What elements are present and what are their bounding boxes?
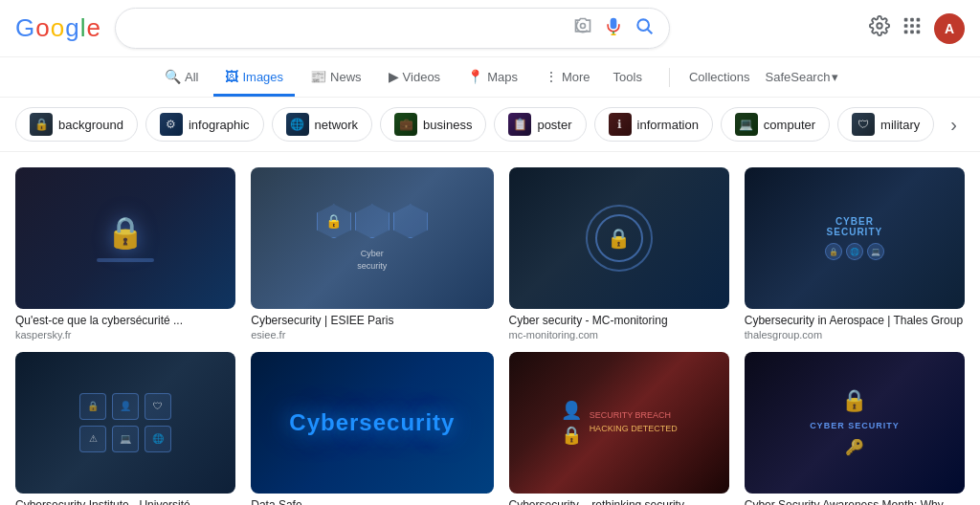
header: Google cyber security A bbox=[0, 0, 980, 57]
image-card-1[interactable]: 🔒 Qu'est-ce que la cybersécurité ... kas… bbox=[15, 167, 235, 340]
image-thumbnail-8: 🔒 CYBER SECURITY 🔑 bbox=[745, 352, 965, 494]
settings-gear-button[interactable] bbox=[869, 15, 890, 41]
filter-chip-information[interactable]: ℹ information bbox=[594, 107, 713, 142]
news-icon: 📰 bbox=[310, 69, 326, 84]
svg-rect-12 bbox=[904, 31, 908, 34]
image-card-6-title: Data Safe ... bbox=[251, 497, 493, 505]
image-card-3[interactable]: 🔒 Cyber security - MC-monitoring mc-moni… bbox=[509, 167, 729, 340]
collections-button[interactable]: Collections bbox=[689, 70, 750, 84]
header-right: A bbox=[869, 13, 965, 44]
image-card-3-source: mc-monitoring.com bbox=[509, 329, 729, 340]
image-card-6[interactable]: Cybersecurity Data Safe ... bbox=[251, 352, 493, 505]
image-thumbnail-4: CYBERSECURITY 🔒 🌐 💻 bbox=[745, 167, 965, 309]
svg-rect-11 bbox=[917, 24, 921, 28]
nav-item-images[interactable]: 🖼 Images bbox=[213, 57, 295, 97]
nav-bar: 🔍 All 🖼 Images 📰 News ▶ Videos 📍 Maps ⋮ … bbox=[0, 57, 980, 98]
filter-chip-computer[interactable]: 💻 computer bbox=[721, 107, 830, 142]
image-card-2-source: esiee.fr bbox=[251, 329, 493, 340]
filter-row: 🔒 background ⚙ infographic 🌐 network 💼 b… bbox=[0, 98, 980, 152]
image-card-8-title: Cyber Security Awareness Month: Why ... bbox=[745, 497, 965, 505]
all-icon: 🔍 bbox=[165, 69, 181, 84]
svg-rect-9 bbox=[904, 24, 908, 28]
image-card-4-source: thalesgroup.com bbox=[745, 329, 965, 340]
svg-rect-7 bbox=[910, 18, 914, 22]
grid-col-1: 🔒 Qu'est-ce que la cybersécurité ... kas… bbox=[15, 167, 235, 505]
maps-icon: 📍 bbox=[467, 69, 483, 84]
search-submit-button[interactable] bbox=[633, 14, 656, 42]
filter-chip-thumb-military: 🛡 bbox=[852, 113, 875, 136]
nav-item-news[interactable]: 📰 News bbox=[299, 57, 373, 97]
image-card-5-title: Cybersecurity Institute - Université ... bbox=[15, 497, 235, 505]
nav-item-all[interactable]: 🔍 All bbox=[153, 57, 210, 97]
filter-chip-thumb-network: 🌐 bbox=[286, 113, 309, 136]
image-card-1-title: Qu'est-ce que la cybersécurité ... bbox=[15, 313, 235, 329]
nav-item-videos[interactable]: ▶ Videos bbox=[377, 57, 453, 97]
image-card-5[interactable]: 🔒 👤 🛡 ⚠ 💻 🌐 Cybersecurity Institute - Un… bbox=[15, 352, 235, 505]
filter-chip-thumb-information: ℹ bbox=[609, 113, 632, 136]
filter-chip-background[interactable]: 🔒 background bbox=[15, 107, 138, 142]
image-card-2[interactable]: 🔒 Cybersecurity Cybersecurity | ESIEE Pa… bbox=[251, 167, 493, 340]
nav-item-maps[interactable]: 📍 Maps bbox=[456, 57, 529, 97]
google-logo[interactable]: Google bbox=[15, 13, 100, 43]
svg-rect-13 bbox=[910, 31, 914, 34]
image-card-7[interactable]: 👤 🔒 SECURITY BREACH HACKING DETECTED Cyb… bbox=[509, 352, 729, 505]
images-icon: 🖼 bbox=[225, 69, 238, 84]
filter-chip-business[interactable]: 💼 business bbox=[380, 107, 486, 142]
svg-rect-8 bbox=[917, 18, 921, 22]
image-card-4[interactable]: CYBERSECURITY 🔒 🌐 💻 Cybersecurity in Aer… bbox=[745, 167, 965, 340]
image-thumbnail-2: 🔒 Cybersecurity bbox=[251, 167, 493, 309]
videos-icon: ▶ bbox=[389, 69, 399, 84]
svg-rect-6 bbox=[904, 18, 908, 22]
grid-col-3: 🔒 Cyber security - MC-monitoring mc-moni… bbox=[509, 167, 729, 505]
image-thumbnail-1: 🔒 bbox=[15, 167, 235, 309]
tools-button[interactable]: Tools bbox=[606, 58, 650, 96]
image-thumbnail-7: 👤 🔒 SECURITY BREACH HACKING DETECTED bbox=[509, 352, 729, 494]
filter-chip-thumb-background: 🔒 bbox=[30, 113, 53, 136]
filter-chip-thumb-business: 💼 bbox=[394, 113, 417, 136]
search-bar: cyber security bbox=[115, 8, 670, 49]
filter-chip-infographic[interactable]: ⚙ infographic bbox=[145, 107, 264, 142]
filter-next-button[interactable]: › bbox=[943, 110, 965, 140]
filter-chip-thumb-computer: 💻 bbox=[735, 113, 758, 136]
grid-col-4: CYBERSECURITY 🔒 🌐 💻 Cybersecurity in Aer… bbox=[745, 167, 965, 505]
nav-right: Tools Collections SafeSearch ▾ bbox=[606, 58, 839, 96]
svg-rect-14 bbox=[917, 31, 921, 34]
filter-chip-poster[interactable]: 📋 poster bbox=[494, 107, 586, 142]
apps-grid-button[interactable] bbox=[902, 15, 923, 41]
microphone-icon-button[interactable] bbox=[602, 14, 625, 42]
image-card-8[interactable]: 🔒 CYBER SECURITY 🔑 Cyber Security Awaren… bbox=[745, 352, 965, 505]
image-card-7-title: Cybersecurity – rethinking security ... bbox=[509, 497, 729, 505]
svg-point-0 bbox=[580, 24, 585, 29]
search-input[interactable]: cyber security bbox=[129, 20, 564, 37]
cybersecurity-text: Cybersecurity bbox=[289, 409, 455, 436]
image-card-2-title: Cybersecurity | ESIEE Paris bbox=[251, 313, 493, 329]
filter-chip-military[interactable]: 🛡 military bbox=[837, 107, 934, 142]
chevron-down-icon: ▾ bbox=[832, 70, 838, 84]
more-icon: ⋮ bbox=[545, 69, 558, 84]
nav-item-more[interactable]: ⋮ More bbox=[533, 57, 602, 97]
image-card-1-source: kaspersky.fr bbox=[15, 329, 235, 340]
filter-chip-thumb-infographic: ⚙ bbox=[160, 113, 183, 136]
search-icons bbox=[571, 14, 656, 42]
grid-col-2: 🔒 Cybersecurity Cybersecurity | ESIEE Pa… bbox=[251, 167, 493, 505]
camera-icon-button[interactable] bbox=[571, 14, 594, 42]
image-thumbnail-5: 🔒 👤 🛡 ⚠ 💻 🌐 bbox=[15, 352, 235, 494]
filter-chip-network[interactable]: 🌐 network bbox=[272, 107, 373, 142]
image-card-3-title: Cyber security - MC-monitoring bbox=[509, 313, 729, 329]
filter-chip-thumb-poster: 📋 bbox=[508, 113, 531, 136]
image-thumbnail-6: Cybersecurity bbox=[251, 352, 493, 494]
svg-point-5 bbox=[877, 23, 882, 29]
nav-separator bbox=[669, 68, 670, 87]
svg-rect-10 bbox=[910, 24, 914, 28]
image-grid: 🔒 Qu'est-ce que la cybersécurité ... kas… bbox=[0, 152, 980, 505]
image-card-4-title: Cybersecurity in Aerospace | Thales Grou… bbox=[745, 313, 965, 329]
svg-point-3 bbox=[637, 19, 649, 31]
image-thumbnail-3: 🔒 bbox=[509, 167, 729, 309]
user-avatar[interactable]: A bbox=[934, 13, 965, 44]
svg-line-4 bbox=[648, 30, 653, 34]
safesearch-button[interactable]: SafeSearch ▾ bbox=[766, 70, 839, 84]
